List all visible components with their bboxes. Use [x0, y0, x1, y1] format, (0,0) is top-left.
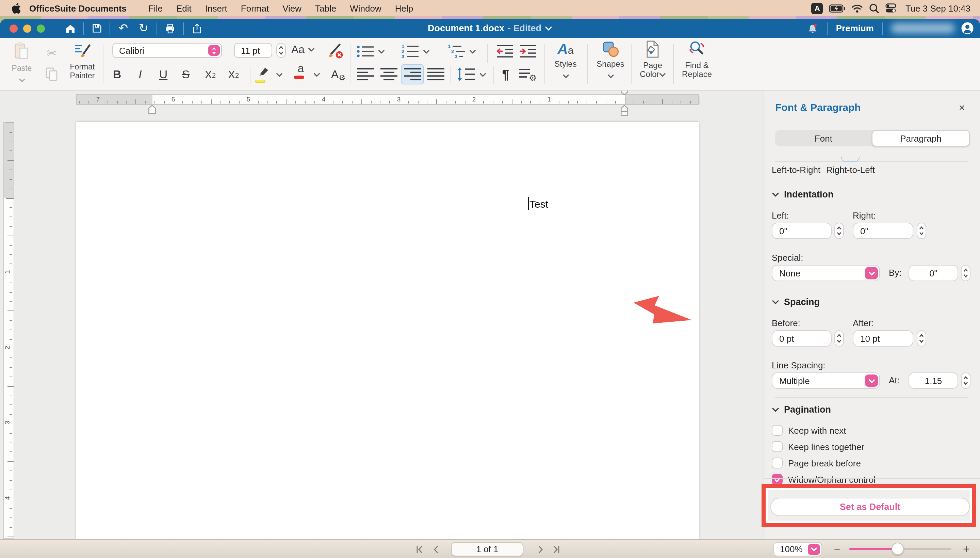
page-color-button[interactable]: PageColor [635, 40, 670, 79]
indent-right-field[interactable]: 0" [853, 223, 913, 239]
menu-insert[interactable]: Insert [198, 3, 234, 13]
window-title[interactable]: Document 1.docx - Edited [428, 23, 552, 34]
subscript-button[interactable]: X2 [223, 66, 244, 84]
tab-font[interactable]: Font [775, 130, 872, 146]
copy-button[interactable] [45, 67, 59, 84]
spotlight-search-icon[interactable] [869, 3, 880, 13]
at-field[interactable]: 1,15 [908, 373, 958, 389]
by-field[interactable]: 0" [908, 265, 958, 281]
before-stepper[interactable] [834, 330, 844, 346]
menu-clock[interactable]: Tue 3 Sep 10:43 [905, 3, 970, 13]
menu-help[interactable]: Help [388, 3, 420, 13]
menu-file[interactable]: File [142, 3, 169, 13]
underline-button[interactable]: U [154, 66, 173, 84]
special-dropdown[interactable]: None [772, 265, 880, 281]
italic-button[interactable]: I [131, 66, 150, 84]
line-spacing-chevron-icon[interactable] [480, 73, 486, 77]
align-justify-button[interactable] [427, 67, 445, 84]
align-right-button[interactable] [404, 67, 422, 84]
spacing-section-header[interactable]: Spacing [772, 297, 820, 307]
align-center-button[interactable] [380, 67, 398, 84]
undo-button[interactable]: ↶ [113, 20, 133, 37]
highlight-chevron-icon[interactable] [276, 73, 282, 77]
page-indicator[interactable]: 1 of 1 [451, 542, 524, 556]
notifications-bell-icon[interactable] [807, 23, 819, 35]
tab-paragraph[interactable]: Paragraph [872, 130, 970, 146]
menu-table[interactable]: Table [308, 3, 343, 13]
panel-close-icon[interactable]: × [959, 102, 965, 113]
minimize-window-button[interactable] [23, 25, 31, 33]
zoom-level-dropdown[interactable]: 100% [773, 542, 822, 556]
page-break-before-checkbox[interactable] [772, 458, 783, 468]
zoom-slider[interactable] [849, 548, 951, 550]
increase-indent-button[interactable] [519, 44, 538, 61]
numbered-list-button[interactable]: 123 [401, 44, 420, 61]
print-button[interactable] [160, 20, 180, 37]
cut-button[interactable]: ✂ [44, 45, 60, 61]
paste-button[interactable]: Paste [5, 42, 38, 85]
wifi-icon[interactable] [852, 4, 863, 13]
after-stepper[interactable] [917, 330, 926, 346]
redo-button[interactable]: ↻ [133, 20, 154, 37]
change-case-button[interactable]: Aa [291, 44, 314, 56]
control-center-icon[interactable] [886, 3, 897, 13]
menu-format[interactable]: Format [234, 3, 276, 13]
close-window-button[interactable] [10, 25, 18, 33]
left-to-right-button[interactable]: Left-to-Right [772, 165, 820, 175]
bullet-list-chevron-icon[interactable] [378, 50, 384, 54]
right-to-left-button[interactable]: Right-to-Left [826, 165, 875, 175]
clear-formatting-button[interactable] [327, 42, 344, 62]
menu-edit[interactable]: Edit [169, 3, 198, 13]
zoom-slider-thumb[interactable] [892, 543, 904, 555]
zoom-out-button[interactable]: − [832, 544, 843, 554]
highlight-color-button[interactable] [255, 66, 274, 83]
font-family-select[interactable]: Calibri [112, 43, 222, 58]
zoom-in-button[interactable]: + [961, 544, 972, 554]
home-button[interactable] [60, 20, 80, 37]
font-color-chevron-icon[interactable] [314, 73, 320, 77]
previous-page-button[interactable] [431, 544, 442, 554]
paragraph-settings-button[interactable]: ⚙ [519, 67, 538, 84]
set-as-default-button[interactable]: Set as Default [771, 498, 970, 516]
by-stepper[interactable] [961, 265, 970, 281]
indent-right-stepper[interactable] [917, 223, 926, 239]
bullet-list-button[interactable] [357, 45, 375, 61]
premium-label[interactable]: Premium [836, 23, 874, 34]
indent-left-stepper[interactable] [834, 223, 844, 239]
multilevel-list-chevron-icon[interactable] [470, 50, 476, 54]
battery-icon[interactable] [829, 4, 846, 13]
line-spacing-button[interactable] [456, 67, 476, 84]
zoom-window-button[interactable] [37, 25, 45, 33]
format-painter-button[interactable]: FormatPainter [65, 42, 99, 80]
paragraph-marks-button[interactable]: ¶ [497, 66, 514, 84]
multilevel-list-button[interactable]: 123 [448, 44, 468, 61]
at-stepper[interactable] [961, 373, 970, 389]
font-size-field[interactable]: 11 pt [234, 43, 272, 58]
menu-window[interactable]: Window [343, 3, 388, 13]
input-source-icon[interactable]: A [811, 2, 823, 14]
save-button[interactable] [87, 20, 107, 37]
keep-with-next-checkbox[interactable] [772, 425, 783, 436]
character-settings-button[interactable]: A ⚙ [329, 66, 348, 84]
first-line-indent-marker[interactable] [621, 90, 628, 95]
next-page-button[interactable] [535, 544, 546, 554]
superscript-button[interactable]: X2 [200, 66, 221, 84]
account-avatar[interactable] [960, 21, 975, 36]
document-page[interactable]: Test [76, 122, 699, 539]
first-page-button[interactable] [414, 544, 425, 554]
widow-orphan-checkbox[interactable] [772, 474, 783, 485]
indent-left-field[interactable]: 0" [772, 223, 832, 239]
pagination-section-header[interactable]: Pagination [772, 404, 831, 415]
styles-button[interactable]: Aa Styles [550, 41, 581, 81]
font-family-stepper[interactable] [208, 45, 220, 56]
last-page-button[interactable] [551, 544, 561, 554]
align-left-button[interactable] [357, 67, 375, 84]
font-size-stepper[interactable] [276, 43, 286, 58]
numbered-list-chevron-icon[interactable] [423, 50, 429, 54]
share-button[interactable] [187, 20, 207, 37]
shapes-button[interactable]: Shapes [595, 41, 626, 81]
decrease-indent-button[interactable] [496, 44, 514, 61]
bold-button[interactable]: B [108, 66, 127, 84]
keep-lines-together-checkbox[interactable] [772, 441, 783, 452]
find-replace-button[interactable]: Find &Replace [678, 40, 716, 79]
